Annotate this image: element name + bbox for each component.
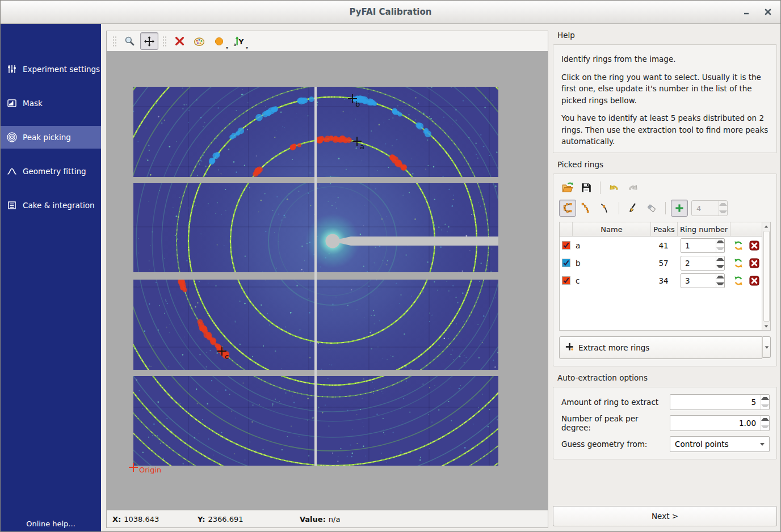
minimize-button[interactable]: [738, 4, 754, 20]
scroll-up-icon[interactable]: [762, 222, 770, 230]
ring-refresh-button[interactable]: [733, 276, 744, 286]
ring-number-spinbox[interactable]: 3: [681, 273, 725, 288]
combo-value: Control points: [675, 440, 729, 449]
cake-icon: [6, 200, 18, 210]
peaks-per-degree-spinbox[interactable]: 1.00: [670, 415, 770, 431]
sidebar-item-cake-integration[interactable]: Cake & integration: [1, 194, 101, 217]
guess-geometry-combobox[interactable]: Control points: [670, 436, 770, 452]
picked-rings-section-label: Picked rings: [553, 160, 777, 174]
ring-name: c: [572, 276, 650, 285]
diffraction-image[interactable]: abcOrigin: [107, 51, 548, 510]
window-controls: [738, 1, 776, 23]
arc-tool-icon: [580, 202, 593, 214]
open-folder-icon: [561, 181, 574, 194]
toolbar-separator: [600, 181, 601, 194]
header-ring-number: Ring number: [678, 222, 730, 236]
spin-down-icon[interactable]: [716, 246, 724, 252]
sidebar: Experiment settingsMaskPeak pickingGeome…: [1, 24, 101, 532]
toolbar-grip: [162, 36, 166, 47]
zoom-mode-button[interactable]: [120, 32, 138, 50]
sidebar-item-mask[interactable]: Mask: [1, 92, 101, 115]
status-value: Value:n/a: [300, 515, 340, 523]
ring-visible-checkbox[interactable]: [562, 259, 570, 267]
spin-down-icon[interactable]: [719, 208, 727, 216]
status-x: X:1038.643: [112, 515, 198, 523]
table-header: NamePeaksRing number: [560, 222, 762, 237]
spin-down-icon[interactable]: [716, 263, 724, 270]
ring-delete-button[interactable]: [749, 258, 759, 268]
picked-rings-file-toolbar: [559, 180, 771, 196]
spin-up-icon[interactable]: [716, 274, 724, 281]
spin-value: 4: [692, 201, 719, 216]
plot-frame: ▾Ya▾ abcOrigin X:1038.643 Y:2366.691 Val…: [106, 31, 548, 528]
eraser-tool-button[interactable]: [643, 200, 660, 217]
spin-up-icon[interactable]: [761, 416, 769, 423]
sidebar-item-label: Cake & integration: [23, 201, 95, 210]
spin-down-icon[interactable]: [761, 423, 769, 430]
dropdown-caret-icon: ▾: [246, 46, 248, 50]
ring-amount-spinbox[interactable]: 5: [670, 394, 770, 410]
scroll-thumb[interactable]: [763, 231, 770, 322]
redo-button[interactable]: [624, 179, 641, 196]
pick-arc-tool-button[interactable]: [578, 200, 595, 217]
ring-refresh-button[interactable]: [733, 240, 744, 251]
pan-mode-button[interactable]: [140, 32, 158, 50]
right-panel: Help Identify rings from the image. Clic…: [553, 31, 777, 532]
field-value: 5: [670, 395, 761, 409]
magnifier-icon: [124, 36, 135, 47]
ring-delete-button[interactable]: [749, 240, 759, 251]
table-scrollbar[interactable]: [762, 222, 771, 331]
undo-button[interactable]: [606, 179, 623, 196]
pick-point-tool-button[interactable]: [597, 200, 614, 217]
plot-section: ▾Ya▾ abcOrigin X:1038.643 Y:2366.691 Val…: [106, 31, 548, 532]
y-axis-orientation-button[interactable]: Ya▾: [230, 32, 248, 50]
mask-icon: [6, 98, 18, 108]
spin-up-icon[interactable]: [716, 239, 724, 246]
close-button[interactable]: [760, 4, 776, 20]
sliders-icon: [6, 64, 18, 74]
colormap-button[interactable]: [190, 32, 208, 50]
spin-up-icon[interactable]: [761, 395, 769, 402]
sidebar-item-peak-picking[interactable]: Peak picking: [1, 126, 101, 149]
sidebar-item-experiment-settings[interactable]: Experiment settings: [1, 58, 101, 81]
extract-split-button: Extract more rings: [559, 336, 771, 359]
sidebar-item-geometry-fitting[interactable]: Geometry fitting: [1, 160, 101, 183]
ring-row-c: c343: [560, 272, 762, 289]
extract-more-rings-button[interactable]: Extract more rings: [559, 336, 762, 359]
extract-dropdown-button[interactable]: [762, 336, 771, 358]
ring-number-spinbox[interactable]: 1: [681, 238, 725, 253]
ring-peak-count: 34: [650, 276, 677, 285]
svg-text:a: a: [234, 42, 237, 47]
save-rings-button[interactable]: [578, 179, 595, 196]
next-button[interactable]: Next >: [553, 506, 777, 526]
marker-color-button[interactable]: ▾: [210, 32, 228, 50]
open-rings-button[interactable]: [559, 179, 576, 196]
svg-text:a: a: [360, 142, 364, 151]
spin-down-icon[interactable]: [716, 281, 724, 288]
ring-row-b: b572: [560, 254, 762, 272]
add-ring-toggle-button[interactable]: [671, 200, 688, 217]
svg-text:b: b: [355, 100, 360, 108]
spin-up-icon[interactable]: [716, 256, 724, 263]
palette-icon: [194, 36, 205, 47]
ring-visible-checkbox[interactable]: [562, 276, 570, 285]
online-help-link[interactable]: Online help...: [1, 520, 101, 528]
ring-delete-button[interactable]: [749, 276, 759, 286]
remove-crosshair-button[interactable]: [170, 32, 188, 50]
new-ring-number-spinbox[interactable]: 4: [691, 200, 728, 216]
dropdown-caret-icon: ▾: [226, 46, 228, 50]
help-paragraph: Click on the ring you want to select. Us…: [561, 71, 769, 107]
y-axis-icon: Ya: [233, 36, 245, 47]
ring-visible-checkbox[interactable]: [562, 241, 570, 250]
ring-number-spinbox[interactable]: 2: [681, 256, 725, 271]
scroll-down-icon[interactable]: [762, 322, 770, 330]
brush-tool-button[interactable]: [624, 200, 641, 217]
plot-statusbar: X:1038.643 Y:2366.691 Value:n/a: [107, 510, 548, 527]
pick-ring-tool-button[interactable]: [559, 200, 576, 217]
spin-down-icon[interactable]: [761, 402, 769, 409]
spin-up-icon[interactable]: [719, 201, 727, 208]
red-cross-icon: [174, 36, 185, 47]
pyfai-calibration-window: PyFAI Calibration Experiment settingsMas…: [0, 0, 781, 532]
field-label: Number of peak per degree:: [560, 414, 670, 432]
ring-refresh-button[interactable]: [733, 258, 744, 268]
